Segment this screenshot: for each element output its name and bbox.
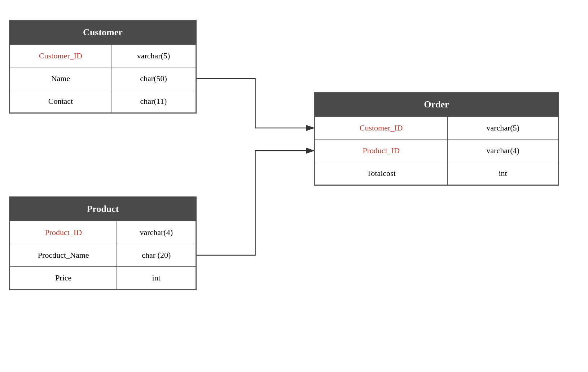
order-customer-id-type: varchar(5) [448,117,558,140]
totalcost-type: int [448,162,558,185]
name-type: char(50) [111,67,196,90]
order-customer-id-field: Customer_ID [315,117,448,140]
product-name-type: char (20) [117,244,196,267]
product-id-type: varchar(4) [117,221,196,244]
name-field: Name [10,67,111,90]
table-row: Product_ID varchar(4) [315,140,558,162]
price-type: int [117,267,196,289]
customer-id-type: varchar(5) [111,45,196,67]
table-row: Customer_ID varchar(5) [10,45,196,67]
product-table: Product Product_ID varchar(4) Procduct_N… [9,196,197,290]
order-table-header: Order [315,93,558,116]
product-name-field: Procduct_Name [10,244,117,267]
table-row: Procduct_Name char (20) [10,244,196,267]
customer-table: Customer Customer_ID varchar(5) Name cha… [9,20,197,114]
order-table: Order Customer_ID varchar(5) Product_ID … [314,92,559,186]
table-row: Name char(50) [10,67,196,90]
table-row: Totalcost int [315,162,558,185]
table-row: Product_ID varchar(4) [10,221,196,244]
diagram-container: Customer Customer_ID varchar(5) Name cha… [0,0,588,372]
customer-table-header: Customer [10,21,196,44]
table-row: Contact char(11) [10,90,196,113]
order-product-id-field: Product_ID [315,140,448,162]
product-table-header: Product [10,197,196,221]
customer-id-field: Customer_ID [10,45,111,67]
contact-type: char(11) [111,90,196,113]
table-row: Customer_ID varchar(5) [315,117,558,140]
order-product-id-type: varchar(4) [448,140,558,162]
table-row: Price int [10,267,196,289]
contact-field: Contact [10,90,111,113]
price-field: Price [10,267,117,289]
product-to-order-arrow [197,151,314,255]
product-id-field: Product_ID [10,221,117,244]
customer-to-order-arrow [197,79,314,128]
totalcost-field: Totalcost [315,162,448,185]
